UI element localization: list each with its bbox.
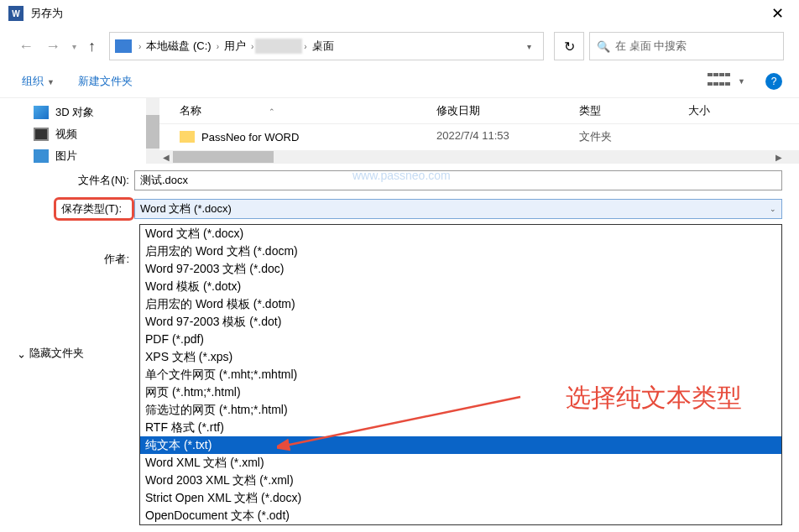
search-input[interactable]: 🔍 在 桌面 中搜索 [589,32,784,60]
help-button[interactable]: ? [765,73,782,90]
filetype-option[interactable]: RTF 格式 (*.rtf) [140,419,781,436]
filetype-option[interactable]: 启用宏的 Word 模板 (*.dotm) [140,295,781,313]
filetype-option[interactable]: 启用宏的 Word 文档 (*.docm) [140,243,781,260]
breadcrumb-users[interactable]: 用户 [221,39,249,54]
organize-button[interactable]: 组织▼ [17,70,60,92]
chevron-right-icon[interactable]: › [137,42,143,51]
filetype-option[interactable]: 纯文本 (*.txt) [140,436,781,454]
nav-forward-button[interactable]: → [42,38,64,55]
pictures-icon [34,149,49,163]
hide-folders-toggle[interactable]: ⌃ 隐藏文件夹 [17,346,84,361]
word-app-icon: W [8,6,24,21]
column-date[interactable]: 修改日期 [436,103,579,118]
column-size[interactable]: 大小 [688,103,799,118]
horizontal-scrollbar[interactable]: ◀ ▶ [159,150,786,164]
filetype-option[interactable]: OpenDocument 文本 (*.odt) [140,507,781,524]
file-row[interactable]: PassNeo for WORD 2022/7/4 11:53 文件夹 [159,124,799,149]
view-options-button[interactable] [708,73,734,90]
filename-input[interactable] [134,170,782,190]
annotation-text: 选择纯文本类型 [566,381,742,415]
filetype-option[interactable]: Word 模板 (*.dotx) [140,278,781,295]
breadcrumb-dropdown[interactable]: ▾ [520,42,538,51]
videos-icon [34,128,49,141]
filetype-option[interactable]: Strict Open XML 文档 (*.docx) [140,489,781,507]
folder-icon [180,131,195,143]
filetype-label: 保存类型(T): [61,202,127,215]
nav-back-button[interactable]: ← [15,38,37,55]
breadcrumb-desktop[interactable]: 桌面 [309,39,337,54]
refresh-button[interactable]: ↻ [554,32,584,60]
filetype-option[interactable]: Word 97-2003 模板 (*.dot) [140,313,781,331]
sidebar-scrollbar[interactable] [146,98,159,164]
filetype-option[interactable]: Word 2003 XML 文档 (*.xml) [140,472,781,489]
search-placeholder: 在 桌面 中搜索 [615,39,687,54]
filename-label: 文件名(N): [0,173,134,188]
column-type[interactable]: 类型 [579,103,688,118]
filetype-option[interactable]: Word XML 文档 (*.xml) [140,454,781,472]
view-dropdown[interactable]: ▼ [738,77,745,86]
file-list: 名称⌃ 修改日期 类型 大小 PassNeo for WORD 2022/7/4… [159,98,799,164]
window-title: 另存为 [30,6,765,21]
highlight-annotation: 保存类型(T): [54,197,134,221]
nav-up-button[interactable]: ↑ [85,38,99,55]
filetype-dropdown-list: Word 文档 (*.docx)启用宏的 Word 文档 (*.docm)Wor… [139,224,782,525]
search-icon: 🔍 [597,40,610,53]
drive-icon [115,39,132,53]
filetype-option[interactable]: Word 文档 (*.docx) [140,225,781,243]
sidebar-item-videos[interactable]: 视频 [0,123,159,145]
close-button[interactable]: ✕ [765,4,791,23]
column-name[interactable]: 名称⌃ [159,103,436,118]
chevron-right-icon[interactable]: › [302,42,308,51]
new-folder-button[interactable]: 新建文件夹 [73,70,138,92]
breadcrumb[interactable]: › 本地磁盘 (C:) › 用户 › › 桌面 ▾ [109,32,544,60]
sidebar: 3D 对象 视频 图片 [0,98,159,164]
filetype-select[interactable]: Word 文档 (*.docx) ⌄ [134,199,782,219]
filetype-option[interactable]: Word 97-2003 文档 (*.doc) [140,260,781,278]
breadcrumb-drive[interactable]: 本地磁盘 (C:) [143,39,214,54]
chevron-right-icon[interactable]: › [215,42,221,51]
sidebar-item-3d[interactable]: 3D 对象 [0,102,159,123]
3d-objects-icon [34,106,49,119]
sidebar-item-pictures[interactable]: 图片 [0,145,159,164]
author-label: 作者: [0,252,134,267]
dropdown-arrow-icon: ⌄ [770,205,776,213]
breadcrumb-user-blurred[interactable] [255,39,302,54]
scroll-corner [786,150,799,164]
chevron-right-icon[interactable]: › [249,42,255,51]
sort-indicator-icon: ⌃ [269,107,275,116]
chevron-up-icon: ⌃ [17,347,26,360]
filetype-option[interactable]: XPS 文档 (*.xps) [140,348,781,366]
filetype-option[interactable]: PDF (*.pdf) [140,331,781,348]
recent-dropdown-button[interactable]: ▾ [69,42,80,51]
